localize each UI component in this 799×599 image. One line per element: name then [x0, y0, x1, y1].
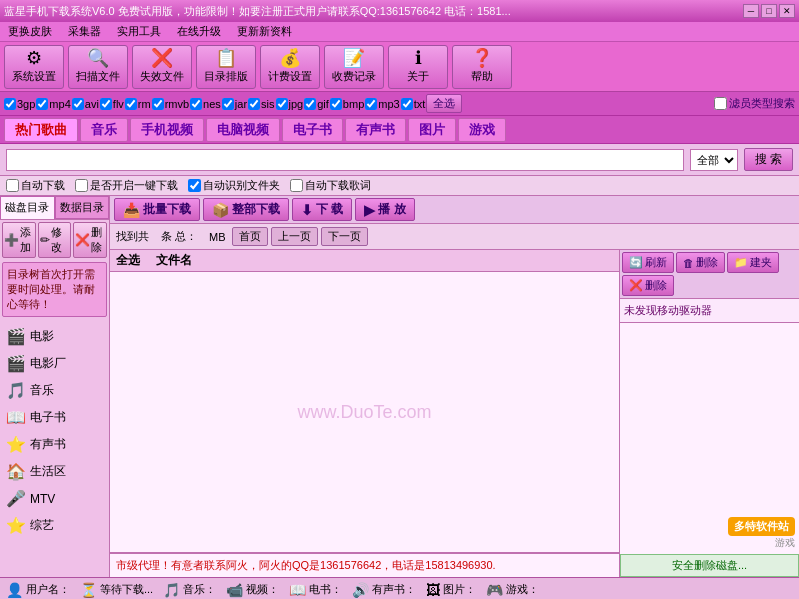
- filetype-3gp[interactable]: 3gp: [4, 98, 35, 110]
- filetype-rm[interactable]: rm: [125, 98, 151, 110]
- filetype-mp4[interactable]: mp4: [36, 98, 70, 110]
- menu-item-更换皮肤[interactable]: 更换皮肤: [4, 24, 56, 39]
- filetype-avi[interactable]: avi: [72, 98, 99, 110]
- ft-checkbox-3gp[interactable]: [4, 98, 16, 110]
- dl-btn-播 放[interactable]: ▶播 放: [355, 198, 414, 221]
- search-button[interactable]: 搜 索: [744, 148, 793, 171]
- ft-checkbox-rmvb[interactable]: [152, 98, 164, 110]
- ft-checkbox-mp3[interactable]: [365, 98, 377, 110]
- toolbar-btn-目录排版[interactable]: 📋目录排版: [196, 45, 256, 89]
- toolbar-btn-收费记录[interactable]: 📝收费记录: [324, 45, 384, 89]
- dl-btn-整部下载[interactable]: 📦整部下载: [203, 198, 289, 221]
- sidebar-item-有声书[interactable]: ⭐有声书: [2, 431, 107, 458]
- rt-btn-icon: 🔄: [629, 256, 643, 269]
- filetype-bmp[interactable]: bmp: [330, 98, 364, 110]
- cat-tab-音乐[interactable]: 音乐: [80, 118, 128, 142]
- search-type-dropdown[interactable]: 全部: [690, 149, 738, 171]
- ft-checkbox-flv[interactable]: [100, 98, 112, 110]
- maximize-button[interactable]: □: [761, 4, 777, 18]
- cat-tab-电脑视频[interactable]: 电脑视频: [206, 118, 280, 142]
- cat-tab-手机视频[interactable]: 手机视频: [130, 118, 204, 142]
- toolbar-label: 失效文件: [140, 69, 184, 84]
- filetype-sis[interactable]: sis: [248, 98, 274, 110]
- filetype-rmvb[interactable]: rmvb: [152, 98, 189, 110]
- status-item-音乐: 🎵音乐：: [163, 582, 216, 598]
- close-button[interactable]: ✕: [779, 4, 795, 18]
- toolbar-btn-关于[interactable]: ℹ关于: [388, 45, 448, 89]
- sidebar-item-电影[interactable]: 🎬电影: [2, 323, 107, 350]
- menu-item-更新新资料[interactable]: 更新新资料: [233, 24, 296, 39]
- ft-checkbox-bmp[interactable]: [330, 98, 342, 110]
- rt-btn-删除[interactable]: ❌删除: [622, 275, 674, 296]
- sidebar-item-电影厂[interactable]: 🎬电影厂: [2, 350, 107, 377]
- one-key-checkbox[interactable]: [75, 179, 88, 192]
- sidebar-action-删除[interactable]: ❌删除: [73, 222, 107, 258]
- filetype-mp3[interactable]: mp3: [365, 98, 399, 110]
- menu-item-实用工具[interactable]: 实用工具: [113, 24, 165, 39]
- page-btn-下一页[interactable]: 下一页: [321, 227, 368, 246]
- sidebar-tab-数据目录[interactable]: 数据目录: [55, 196, 110, 219]
- sidebar-tab-磁盘目录[interactable]: 磁盘目录: [0, 196, 55, 219]
- ft-label: avi: [85, 98, 99, 110]
- ft-checkbox-jar[interactable]: [222, 98, 234, 110]
- one-key-download-option[interactable]: 是否开启一键下载: [75, 178, 178, 193]
- sidebar-action-添加[interactable]: ➕添加: [2, 222, 36, 258]
- auto-recognize-option[interactable]: 自动识别文件夹: [188, 178, 280, 193]
- toolbar-btn-系统设置[interactable]: ⚙系统设置: [4, 45, 64, 89]
- filetype-nes[interactable]: nes: [190, 98, 221, 110]
- ft-checkbox-nes[interactable]: [190, 98, 202, 110]
- cat-tab-游戏[interactable]: 游戏: [458, 118, 506, 142]
- sidebar-tabs: 磁盘目录数据目录: [0, 196, 109, 220]
- toolbar-btn-失效文件[interactable]: ❌失效文件: [132, 45, 192, 89]
- watermark: www.DuoTe.com: [297, 402, 431, 423]
- sidebar-item-音乐[interactable]: 🎵音乐: [2, 377, 107, 404]
- rt-btn-建夹[interactable]: 📁建夹: [727, 252, 779, 273]
- sidebar-item-MTV[interactable]: 🎤MTV: [2, 485, 107, 512]
- cat-tab-有声书[interactable]: 有声书: [345, 118, 406, 142]
- file-types-area: 3gpmp4aviflvrmrmvbnesjarsisjpggifbmpmp3t…: [4, 94, 462, 113]
- ft-checkbox-sis[interactable]: [248, 98, 260, 110]
- filetype-gif[interactable]: gif: [304, 98, 329, 110]
- page-btn-首页[interactable]: 首页: [232, 227, 268, 246]
- sidebar-action-修改[interactable]: ✏修改: [38, 222, 72, 258]
- auto-recognize-checkbox[interactable]: [188, 179, 201, 192]
- filetype-flv[interactable]: flv: [100, 98, 124, 110]
- cat-tab-图片[interactable]: 图片: [408, 118, 456, 142]
- file-type-bar: 3gpmp4aviflvrmrmvbnesjarsisjpggifbmpmp3t…: [0, 92, 799, 116]
- cat-tab-热门歌曲[interactable]: 热门歌曲: [4, 118, 78, 142]
- ft-checkbox-txt[interactable]: [401, 98, 413, 110]
- minimize-button[interactable]: ─: [743, 4, 759, 18]
- ft-checkbox-rm[interactable]: [125, 98, 137, 110]
- page-btn-上一页[interactable]: 上一页: [271, 227, 318, 246]
- status-icon: 🖼: [426, 582, 440, 598]
- cat-tab-电子书[interactable]: 电子书: [282, 118, 343, 142]
- auto-download-option[interactable]: 自动下载: [6, 178, 65, 193]
- filetype-jar[interactable]: jar: [222, 98, 247, 110]
- rt-btn-删除[interactable]: 🗑删除: [676, 252, 725, 273]
- dl-btn-批量下载[interactable]: 📥批量下载: [114, 198, 200, 221]
- sidebar-item-生活区[interactable]: 🏠生活区: [2, 458, 107, 485]
- ft-checkbox-mp4[interactable]: [36, 98, 48, 110]
- auto-download-checkbox[interactable]: [6, 179, 19, 192]
- sidebar-item-电子书[interactable]: 📖电子书: [2, 404, 107, 431]
- ft-checkbox-avi[interactable]: [72, 98, 84, 110]
- dl-btn-下 载[interactable]: ⬇下 载: [292, 198, 352, 221]
- rt-btn-刷新[interactable]: 🔄刷新: [622, 252, 674, 273]
- filter-checkbox[interactable]: [714, 97, 727, 110]
- ft-checkbox-jpg[interactable]: [276, 98, 288, 110]
- ft-checkbox-gif[interactable]: [304, 98, 316, 110]
- toolbar-btn-帮助[interactable]: ❓帮助: [452, 45, 512, 89]
- filetype-jpg[interactable]: jpg: [276, 98, 304, 110]
- toolbar-btn-计费设置[interactable]: 💰计费设置: [260, 45, 320, 89]
- search-input[interactable]: [6, 149, 684, 171]
- select-all-button[interactable]: 全选: [426, 94, 462, 113]
- filetype-txt[interactable]: txt: [401, 98, 426, 110]
- menu-item-采集器[interactable]: 采集器: [64, 24, 105, 39]
- right-tools-panel: 🔄刷新🗑删除📁建夹❌删除 未发现移动驱动器 多特软件站 游戏 安全删除磁盘...: [619, 250, 799, 577]
- menu-item-在线升级[interactable]: 在线升级: [173, 24, 225, 39]
- sidebar-item-综艺[interactable]: ⭐综艺: [2, 512, 107, 539]
- toolbar-btn-扫描文件[interactable]: 🔍扫描文件: [68, 45, 128, 89]
- safe-remove-button[interactable]: 安全删除磁盘...: [620, 554, 799, 577]
- auto-lyrics-option[interactable]: 自动下载歌词: [290, 178, 371, 193]
- auto-lyrics-checkbox[interactable]: [290, 179, 303, 192]
